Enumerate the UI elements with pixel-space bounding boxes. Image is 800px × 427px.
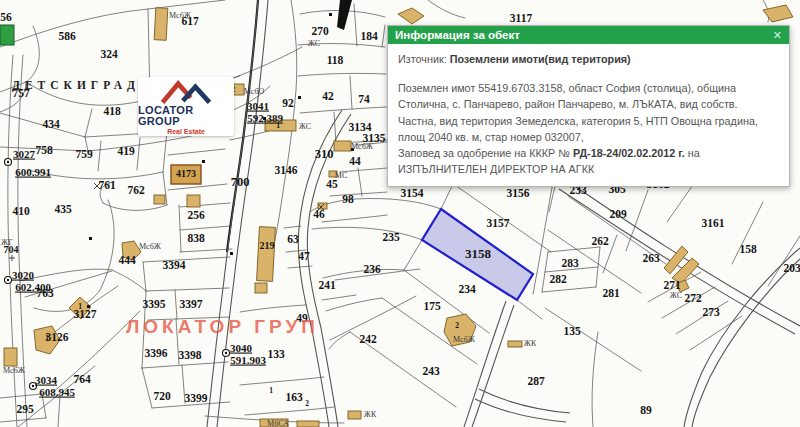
map-label-272: 272 <box>684 292 702 304</box>
map-label-324: 324 <box>100 48 118 60</box>
map-label-586: 586 <box>58 30 76 42</box>
map-label-243: 243 <box>422 365 440 377</box>
map-label-ЖС: ЖС <box>670 291 682 300</box>
order-number: РД-18-24/02.02.2012 г. <box>573 147 685 159</box>
map-label-444: 444 <box>118 254 136 266</box>
map-label-759: 759 <box>75 148 93 160</box>
survey-marker <box>5 159 12 166</box>
map-label-600.991: 600.991 <box>15 166 51 178</box>
popup-title: Информация за обект <box>395 29 520 41</box>
map-label-270: 270 <box>311 25 329 37</box>
map-label-758: 758 <box>35 144 53 156</box>
map-label-763: 763 <box>36 287 54 299</box>
order-line: Заповед за одобрение на КККР № РД-18-24/… <box>398 145 779 177</box>
close-icon[interactable]: ✕ <box>773 26 782 44</box>
survey-marker <box>223 350 230 357</box>
map-label-234: 234 <box>458 283 476 295</box>
map-label-263: 263 <box>642 252 660 264</box>
map-label-163: 163 <box>285 391 303 403</box>
map-label-591.903: 591.903 <box>230 354 266 366</box>
road-segment-dark <box>337 0 352 30</box>
map-label-3394: 3394 <box>163 259 186 271</box>
map-label-3041: 3041 <box>247 100 269 112</box>
popup-header: Информация за обект ✕ <box>388 26 789 44</box>
parcel-description: Поземлен имот 55419.6703.3158, област Со… <box>398 80 779 145</box>
map-label-98: 98 <box>342 193 354 205</box>
popup-body: Източник: Поземлени имоти(вид територия)… <box>388 44 789 186</box>
map-label-МсбЖ: МсбЖ <box>351 142 374 151</box>
map-label-281: 281 <box>602 287 620 299</box>
map-label-ЖК: ЖК <box>364 410 377 419</box>
map-label-242: 242 <box>359 333 377 345</box>
map-label-2: 2 <box>455 321 459 330</box>
cross-marker <box>9 255 15 261</box>
map-label-3040: 3040 <box>230 342 253 354</box>
map-label-418: 418 <box>103 105 121 117</box>
map-label-133: 133 <box>267 348 285 360</box>
map-label-175: 175 <box>423 300 441 312</box>
map-label-МсбЖ: МсбЖ <box>169 11 192 20</box>
map-label-209: 209 <box>609 208 627 220</box>
map-label-3127: 3127 <box>74 308 97 320</box>
map-label-410: 410 <box>12 205 30 217</box>
map-label-435: 435 <box>54 203 72 215</box>
map-label-МсбЖ: МсбЖ <box>139 242 162 251</box>
map-label-3146: 3146 <box>275 164 298 176</box>
logo-name: LOCATOR GROUP <box>138 105 234 127</box>
map-label-47: 47 <box>298 250 310 262</box>
map-label-419: 419 <box>117 145 135 157</box>
map-label-3027: 3027 <box>13 148 36 160</box>
map-label-3395: 3395 <box>143 298 166 310</box>
map-label-МсбЖ: МсбЖ <box>453 335 476 344</box>
map-label-ДЕТСКИГРАД: ДЕТСКИГРАД <box>12 79 140 92</box>
map-label-118: 118 <box>327 54 344 66</box>
logo-subtitle: Real Estate <box>167 127 205 136</box>
map-label-262: 262 <box>591 235 609 247</box>
map-label-1: 1 <box>276 121 280 130</box>
map-label-3158: 3158 <box>465 246 492 261</box>
map-label-720: 720 <box>153 390 171 402</box>
map-label-283: 283 <box>561 257 579 269</box>
map-label-3397: 3397 <box>180 298 203 310</box>
map-label-762: 762 <box>127 184 145 196</box>
map-label-287: 287 <box>527 375 545 387</box>
source-label: Източник: <box>398 53 447 65</box>
map-label-МС: МС <box>335 171 347 180</box>
survey-marker <box>5 277 12 284</box>
map-label-271: 271 <box>663 279 681 291</box>
map-label-1: 1 <box>269 386 273 395</box>
map-label-3396: 3396 <box>145 347 168 359</box>
map-label-ЖС: ЖС <box>308 39 320 48</box>
map-label-МбСА: МбСА <box>267 419 289 427</box>
map-label-ЖС: ЖС <box>299 122 311 131</box>
map-label-273: 273 <box>702 306 720 318</box>
map-label-761: 761 <box>98 179 116 191</box>
map-label-56: 56 <box>0 11 12 23</box>
map-label-310: 310 <box>315 147 334 161</box>
map-label-764: 764 <box>73 373 91 385</box>
map-label-282: 282 <box>549 273 567 285</box>
map-label-135: 135 <box>563 325 581 337</box>
map-label-3034: 3034 <box>35 374 58 386</box>
source-value: Поземлени имоти(вид територия) <box>450 53 631 65</box>
map-label-158: 158 <box>739 243 757 255</box>
map-label-МсбО: МсбО <box>244 87 265 96</box>
cadastral-map-app: { "popup": { "title": "Информация за обе… <box>0 0 800 427</box>
source-line: Източник: Поземлени имоти(вид територия) <box>398 51 779 67</box>
map-label-3020: 3020 <box>12 269 35 281</box>
map-label-3156: 3156 <box>507 187 530 199</box>
mountain-logo-icon <box>150 79 222 104</box>
map-label-46: 46 <box>313 208 325 220</box>
map-label-184: 184 <box>360 30 378 42</box>
map-label-МсбЖ: МсбЖ <box>3 366 26 375</box>
map-label-92: 92 <box>282 97 294 109</box>
map-label-700: 700 <box>231 175 250 189</box>
map-label-2: 2 <box>305 399 309 408</box>
map-label-74: 74 <box>358 93 370 105</box>
watermark-text: ЛОКАТОР ГРУП <box>126 316 319 338</box>
map-label-256: 256 <box>187 209 205 221</box>
map-label-704: 704 <box>4 244 19 255</box>
order-prefix: Заповед за одобрение на КККР № <box>398 147 573 159</box>
map-label-3154: 3154 <box>401 187 424 199</box>
map-label-236: 236 <box>363 263 381 275</box>
